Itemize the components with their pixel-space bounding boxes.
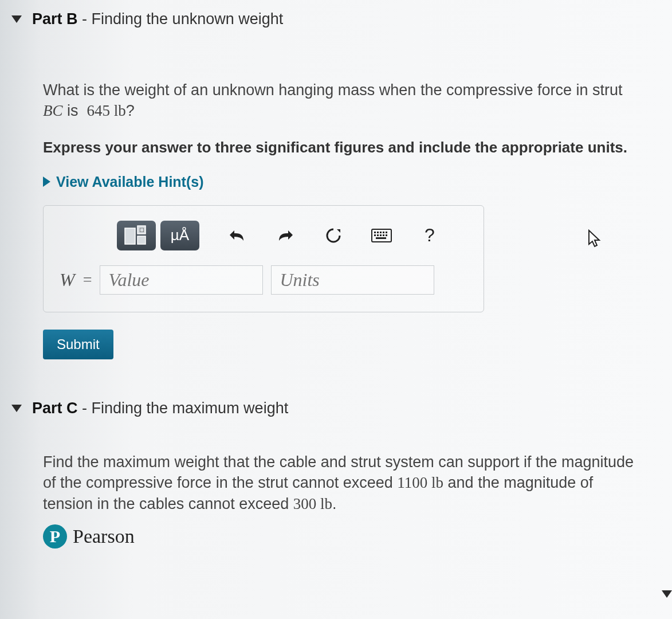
symbols-label: µÅ	[171, 226, 189, 244]
part-b-label-bold: Part B	[32, 10, 78, 28]
svg-rect-10	[374, 234, 376, 236]
variable-label: W	[60, 269, 75, 291]
cable-limit: 300 lb	[293, 495, 332, 512]
svg-rect-9	[386, 232, 387, 233]
svg-text:☐: ☐	[139, 227, 144, 233]
question-suffix: ?	[126, 102, 135, 119]
pearson-footer: P Pearson	[43, 524, 655, 549]
help-label: ?	[425, 225, 435, 246]
units-input[interactable]	[271, 265, 434, 295]
undo-button[interactable]	[215, 221, 259, 250]
partc-suffix: .	[332, 495, 337, 512]
pearson-brand: Pearson	[73, 526, 135, 547]
svg-rect-13	[383, 234, 384, 236]
undo-icon	[229, 228, 246, 243]
svg-rect-15	[376, 237, 386, 239]
submit-button[interactable]: Submit	[43, 330, 113, 359]
question-text: What is the weight of an unknown hanging…	[43, 80, 639, 122]
part-b-title: Part B - Finding the unknown weight	[32, 10, 283, 28]
keyboard-button[interactable]	[360, 221, 403, 250]
question-mid: is	[63, 102, 83, 119]
answer-toolbar: ☐ µÅ	[117, 221, 467, 250]
value-input[interactable]	[100, 265, 263, 295]
part-c-header[interactable]: Part C - Finding the maximum weight	[11, 399, 655, 417]
svg-rect-5	[374, 232, 376, 233]
svg-rect-7	[380, 232, 382, 233]
part-c-question: Find the maximum weight that the cable a…	[43, 452, 639, 514]
part-c-title: Part C - Finding the maximum weight	[32, 399, 288, 417]
svg-rect-11	[377, 234, 379, 236]
hints-label: View Available Hint(s)	[56, 174, 203, 190]
part-c-label-bold: Part C	[32, 399, 78, 417]
caret-down-icon[interactable]	[11, 405, 22, 412]
part-b-content: What is the weight of an unknown hanging…	[43, 80, 639, 312]
svg-rect-8	[383, 232, 384, 233]
force-value: 645 lb	[87, 102, 126, 119]
answer-panel: ☐ µÅ	[43, 205, 484, 312]
answer-instruction: Express your answer to three significant…	[43, 138, 639, 158]
part-b-label-rest: - Finding the unknown weight	[78, 10, 284, 28]
templates-icon: ☐	[124, 225, 149, 246]
caret-down-icon[interactable]	[662, 590, 672, 598]
reset-button[interactable]	[312, 221, 355, 250]
reset-icon	[325, 228, 341, 244]
part-b-header[interactable]: Part B - Finding the unknown weight	[11, 10, 655, 28]
redo-button[interactable]	[264, 221, 307, 250]
svg-rect-12	[380, 234, 382, 236]
equals-sign: =	[83, 271, 92, 289]
redo-icon	[277, 228, 294, 243]
svg-rect-0	[125, 228, 135, 244]
svg-rect-6	[377, 232, 379, 233]
symbols-button[interactable]: µÅ	[160, 221, 199, 250]
strut-limit: 1100 lb	[397, 474, 443, 491]
pearson-logo-icon: P	[43, 524, 67, 549]
question-prefix: What is the weight of an unknown hanging…	[43, 81, 623, 99]
keyboard-icon	[371, 229, 392, 242]
caret-down-icon[interactable]	[11, 15, 22, 23]
caret-right-icon	[43, 177, 50, 187]
templates-button[interactable]: ☐	[117, 221, 156, 250]
view-hints-link[interactable]: View Available Hint(s)	[43, 174, 639, 190]
part-c-label-rest: - Finding the maximum weight	[78, 399, 289, 417]
svg-rect-3	[137, 236, 146, 244]
strut-name: BC	[43, 102, 63, 119]
help-button[interactable]: ?	[408, 221, 451, 250]
svg-rect-14	[386, 234, 387, 236]
answer-input-row: W =	[60, 265, 467, 295]
